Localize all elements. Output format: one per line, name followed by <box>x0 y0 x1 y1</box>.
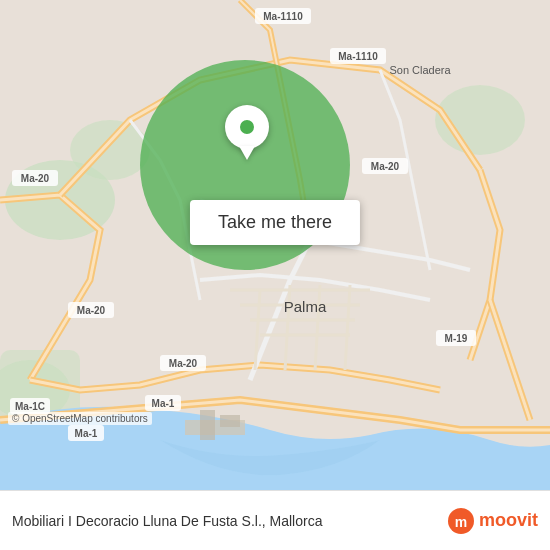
svg-text:Ma-20: Ma-20 <box>371 161 400 172</box>
svg-rect-8 <box>220 415 240 427</box>
svg-text:Ma-1: Ma-1 <box>75 428 98 439</box>
svg-text:Ma-20: Ma-20 <box>21 173 50 184</box>
svg-text:Ma-1C: Ma-1C <box>15 401 45 412</box>
svg-rect-7 <box>200 410 215 440</box>
svg-text:Son Cladera: Son Cladera <box>389 64 451 76</box>
moovit-brand-text: moovit <box>479 510 538 531</box>
bottom-bar: Mobiliari I Decoracio Lluna De Fusta S.l… <box>0 490 550 550</box>
moovit-icon: m <box>447 507 475 535</box>
take-me-there-button[interactable]: Take me there <box>190 200 360 245</box>
svg-text:Ma-1110: Ma-1110 <box>338 51 378 62</box>
pin-tail <box>239 146 255 160</box>
moovit-logo: m moovit <box>447 507 538 535</box>
svg-text:Ma-20: Ma-20 <box>77 305 106 316</box>
pin-inner <box>237 117 257 137</box>
location-name: Mobiliari I Decoracio Lluna De Fusta S.l… <box>12 513 447 529</box>
svg-text:M-19: M-19 <box>445 333 468 344</box>
map-container: Ma-1110 Ma-1110 Ma-20 Ma-20 Ma-20 Ma-20 … <box>0 0 550 490</box>
location-pin <box>225 105 269 160</box>
map-attribution: © OpenStreetMap contributors <box>8 412 152 425</box>
svg-text:Ma-1110: Ma-1110 <box>263 11 303 22</box>
svg-text:Palma: Palma <box>284 298 327 315</box>
svg-text:Ma-1: Ma-1 <box>152 398 175 409</box>
svg-text:m: m <box>455 514 467 530</box>
svg-text:Ma-20: Ma-20 <box>169 358 198 369</box>
pin-outer <box>225 105 269 149</box>
